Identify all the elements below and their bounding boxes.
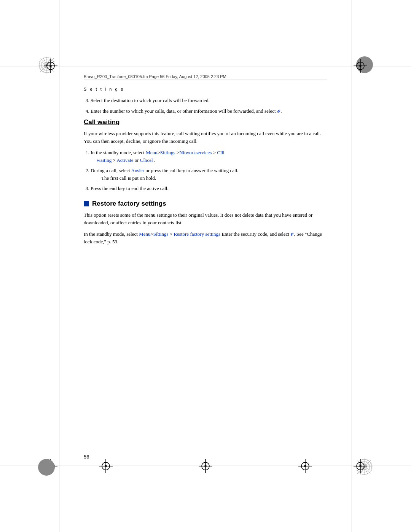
line-top bbox=[0, 67, 411, 67]
section-label: S e t t i n g s bbox=[84, 87, 327, 91]
restore-para2: In the standby mode, select Menu>Sĭtting… bbox=[84, 230, 327, 246]
restore-para2-prefix: In the standby mode, select bbox=[84, 231, 139, 237]
restore-factory-heading: Restore factory settings bbox=[84, 200, 327, 208]
call-waiting-intro: If your wireless provider supports this … bbox=[84, 130, 327, 145]
blue-square-icon bbox=[84, 201, 89, 206]
restore-heading-text: Restore factory settings bbox=[92, 200, 166, 208]
step3-text: Press the end key to end the active call… bbox=[91, 185, 169, 191]
restore-link: Restore factory settings bbox=[174, 231, 220, 237]
reg-mark-mid-bottom-center-icon bbox=[199, 459, 212, 473]
page: Bravo_R200_Tracfone_080105.fm Page 56 Fr… bbox=[0, 0, 411, 532]
list-item: In the standby mode, select Menu>Sĭtting… bbox=[91, 149, 327, 164]
call-forwarding-list: Select the destination to which your cal… bbox=[91, 97, 327, 115]
content-area: Bravo_R200_Tracfone_080105.fm Page 56 Fr… bbox=[84, 74, 327, 456]
sunburst-bottom-right-icon bbox=[355, 458, 373, 476]
page-number: 56 bbox=[84, 454, 89, 460]
call-waiting-heading: Call waiting bbox=[84, 118, 327, 126]
step1-menu: Menu bbox=[146, 150, 157, 155]
list-item-text: Select the destination to which your cal… bbox=[91, 97, 210, 103]
ok-icon: 𝒪 bbox=[277, 109, 279, 113]
step1-network: Nĭtworkservices bbox=[179, 150, 212, 155]
step2-sub: The first call is put on hold. bbox=[101, 174, 327, 182]
list-item: During a call, select Ansĭer or press th… bbox=[91, 167, 327, 182]
step2-answer: Ansĭer bbox=[131, 168, 145, 173]
header-text: Bravo_R200_Tracfone_080105.fm Page 56 Fr… bbox=[84, 74, 226, 79]
step1-cancel: Cĭncel bbox=[140, 157, 153, 163]
page-header: Bravo_R200_Tracfone_080105.fm Page 56 Fr… bbox=[84, 74, 327, 80]
step1-s2: > bbox=[175, 150, 180, 155]
step2-middle: or press the call key to answer the wait… bbox=[144, 168, 238, 173]
restore-para1: This option resets some of the menu sett… bbox=[84, 211, 327, 227]
step1-s1: > bbox=[157, 150, 160, 155]
list-item: Select the destination to which your cal… bbox=[91, 97, 327, 104]
restore-s1: > bbox=[150, 231, 153, 237]
restore-s2: > bbox=[169, 231, 174, 237]
step1-or: or bbox=[133, 157, 140, 163]
list-item: Enter the number to which your calls, da… bbox=[91, 107, 327, 115]
step1-dot: . bbox=[153, 157, 156, 163]
ok-icon2: 𝒪 bbox=[290, 232, 293, 236]
step1-s3: > bbox=[212, 150, 217, 155]
restore-menu: Menu bbox=[139, 231, 150, 237]
call-waiting-steps: In the standby mode, select Menu>Sĭtting… bbox=[91, 149, 327, 192]
list-item: Press the end key to end the active call… bbox=[91, 185, 327, 192]
step1-settings: Sĭttings bbox=[160, 150, 175, 155]
reg-mark-mid-bottom-left-icon bbox=[99, 459, 113, 473]
step1-prefix: In the standby mode, select bbox=[91, 150, 146, 155]
gray-circle-bottom-left bbox=[38, 459, 55, 476]
step1-activate: Activate bbox=[116, 157, 133, 163]
reg-mark-mid-bottom-right-icon bbox=[298, 459, 312, 473]
reg-mark-top-right-icon bbox=[354, 59, 367, 73]
list-item-text: Enter the number to which your calls, da… bbox=[91, 108, 282, 114]
step1-s4: > bbox=[112, 157, 116, 163]
line-right bbox=[352, 0, 352, 532]
step2-prefix: During a call, select bbox=[91, 168, 131, 173]
line-left bbox=[59, 0, 59, 532]
restore-settings: Sĭttings bbox=[153, 231, 169, 237]
reg-mark-top-left-icon bbox=[44, 59, 57, 73]
